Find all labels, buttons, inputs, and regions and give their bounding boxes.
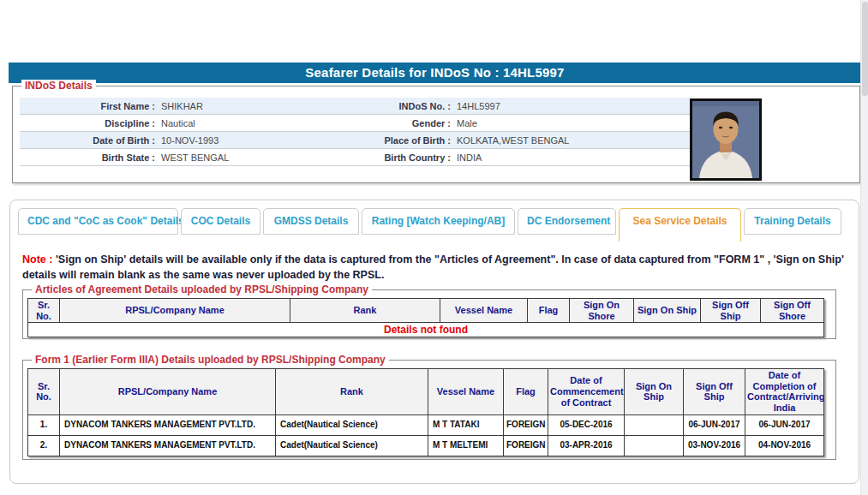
- company-name: DYNACOM TANKERS MANAGEMENT PVT.LTD.: [60, 414, 276, 435]
- note-body: 'Sign on Ship' details will be available…: [22, 253, 844, 281]
- field-label-first-name: First Name :: [20, 98, 161, 114]
- detail-row: First Name :SHIKHARINDoS No. :14HL5997: [20, 98, 690, 115]
- scrollbar-thumb[interactable]: [862, 2, 868, 96]
- col-header-sign-off-shore: Sign Off Shore: [761, 299, 824, 323]
- tab-sea-service-details[interactable]: Sea Service Details: [619, 208, 741, 242]
- tab-rating-watch-keeping-ab[interactable]: Rating [Watch Keeping/AB]: [362, 208, 515, 235]
- note-prefix: Note :: [22, 253, 52, 265]
- sign-off-ship: 06-JUN-2017: [684, 414, 745, 435]
- field-label-place-of-birth: Place of Birth :: [375, 132, 457, 148]
- field-value-birth-country: INDIA: [457, 149, 690, 165]
- col-header-date-of-commencement-of-contract: Date of Commencement of Contract: [548, 369, 625, 415]
- col-header-rpsl-company-name: RPSL/Company Name: [60, 369, 276, 415]
- sr-no: 2.: [28, 435, 60, 456]
- col-header-rank: Rank: [276, 369, 428, 415]
- col-header-date-of-completion-of-contract-arriving-india: Date of Completion of Contract/Arriving …: [745, 369, 824, 415]
- sr-no: 1.: [28, 414, 60, 435]
- articles-empty-row: Details not found: [28, 323, 824, 337]
- commencement-date: 03-APR-2016: [548, 435, 625, 456]
- portrait-image: [692, 101, 759, 178]
- tabs: CDC and "CoC as Cook" DetailsCOC Details…: [18, 208, 841, 242]
- vertical-scrollbar[interactable]: [860, 0, 868, 495]
- col-header-sr-no: Sr. No.: [28, 369, 60, 415]
- col-header-sign-off-ship: Sign Off Ship: [701, 299, 761, 323]
- tab-coc-details[interactable]: COC Details: [181, 208, 260, 235]
- sign-on-ship: [625, 414, 684, 435]
- detail-row: Discipline :NauticalGender :Male: [20, 115, 690, 132]
- table-row: 1.DYNACOM TANKERS MANAGEMENT PVT.LTD.Cad…: [28, 414, 824, 435]
- field-value-discipline: Nautical: [161, 115, 375, 131]
- articles-of-agreement-table: Sr. No.RPSL/Company NameRankVessel NameF…: [27, 298, 824, 337]
- sign-on-ship: [625, 435, 684, 456]
- col-header-rank: Rank: [290, 299, 440, 323]
- completion-date: 04-NOV-2016: [745, 435, 824, 456]
- col-header-sign-off-ship: Sign Off Ship: [684, 369, 745, 415]
- form1-table: Sr. No.RPSL/Company NameRankVessel NameF…: [27, 368, 824, 456]
- detail-row: Date of Birth :10-NOV-1993Place of Birth…: [20, 132, 690, 149]
- sign-off-ship: 03-NOV-2016: [684, 435, 745, 456]
- col-header-vessel-name: Vessel Name: [428, 369, 504, 415]
- col-header-flag: Flag: [528, 299, 570, 323]
- col-header-sign-on-ship: Sign On Ship: [625, 369, 684, 415]
- completion-date: 06-JUN-2017: [745, 414, 824, 435]
- detail-row: Birth State :WEST BENGALBirth Country :I…: [20, 149, 690, 166]
- tab-content-panel: CDC and "CoC as Cook" DetailsCOC Details…: [9, 200, 859, 484]
- flag: FOREIGN: [504, 435, 548, 456]
- details-not-found-message: Details not found: [28, 323, 824, 337]
- col-header-rpsl-company-name: RPSL/Company Name: [60, 299, 290, 323]
- table-row: 2.DYNACOM TANKERS MANAGEMENT PVT.LTD.Cad…: [28, 435, 824, 456]
- vessel-name: M T MELTEMI: [428, 435, 504, 456]
- commencement-date: 05-DEC-2016: [548, 414, 625, 435]
- flag: FOREIGN: [504, 414, 548, 435]
- field-value-indos-no: 14HL5997: [457, 98, 690, 114]
- field-label-gender: Gender :: [375, 115, 457, 131]
- field-value-gender: Male: [457, 115, 690, 131]
- tab-training-details[interactable]: Training Details: [744, 208, 841, 235]
- field-value-first-name: SHIKHAR: [161, 98, 375, 114]
- indos-details-rows: First Name :SHIKHARINDoS No. :14HL5997Di…: [20, 98, 690, 166]
- col-header-vessel-name: Vessel Name: [440, 299, 528, 323]
- rank: Cadet(Nautical Science): [276, 414, 428, 435]
- field-label-date-of-birth: Date of Birth :: [20, 132, 161, 148]
- col-header-flag: Flag: [504, 369, 548, 415]
- tab-gmdss-details[interactable]: GMDSS Details: [263, 208, 359, 235]
- seafarer-photo: [690, 98, 762, 181]
- field-value-date-of-birth: 10-NOV-1993: [161, 132, 375, 148]
- field-value-place-of-birth: KOLKATA,WEST BENGAL: [457, 132, 690, 148]
- field-label-discipline: Discipline :: [20, 115, 161, 131]
- vessel-name: M T TATAKI: [428, 414, 504, 435]
- field-label-birth-country: Birth Country :: [375, 149, 457, 165]
- col-header-sign-on-ship: Sign On Ship: [634, 299, 701, 323]
- indos-details-fieldset: INDoS Details First Name :SHIKHARINDoS N…: [12, 86, 860, 183]
- page-title: Seafarer Details for INDoS No : 14HL5997: [9, 63, 861, 83]
- indos-details-legend: INDoS Details: [21, 80, 96, 92]
- col-header-sign-on-shore: Sign On Shore: [570, 299, 634, 323]
- form1-table-body: 1.DYNACOM TANKERS MANAGEMENT PVT.LTD.Cad…: [28, 414, 824, 456]
- rank: Cadet(Nautical Science): [276, 435, 428, 456]
- articles-legend: Articles of Agreement Details uploaded b…: [32, 283, 372, 295]
- field-value-birth-state: WEST BENGAL: [161, 149, 375, 165]
- company-name: DYNACOM TANKERS MANAGEMENT PVT.LTD.: [60, 435, 276, 456]
- tab-dc-endorsement[interactable]: DC Endorsement: [518, 208, 616, 235]
- note-text: Note : 'Sign on Ship' details will be av…: [22, 253, 847, 283]
- articles-header-row: Sr. No.RPSL/Company NameRankVessel NameF…: [28, 299, 824, 323]
- form1-header-row: Sr. No.RPSL/Company NameRankVessel NameF…: [28, 369, 824, 415]
- field-label-indos-no: INDoS No. :: [375, 98, 457, 114]
- col-header-sr-no: Sr. No.: [28, 299, 60, 323]
- field-label-birth-state: Birth State :: [20, 149, 161, 165]
- form1-fieldset: Form 1 (Earlier Form IIIA) Details uploa…: [22, 360, 836, 460]
- tab-cdc-and-coc-as-cook-details[interactable]: CDC and "CoC as Cook" Details: [18, 208, 178, 235]
- form1-legend: Form 1 (Earlier Form IIIA) Details uploa…: [32, 354, 389, 366]
- articles-of-agreement-fieldset: Articles of Agreement Details uploaded b…: [22, 289, 836, 339]
